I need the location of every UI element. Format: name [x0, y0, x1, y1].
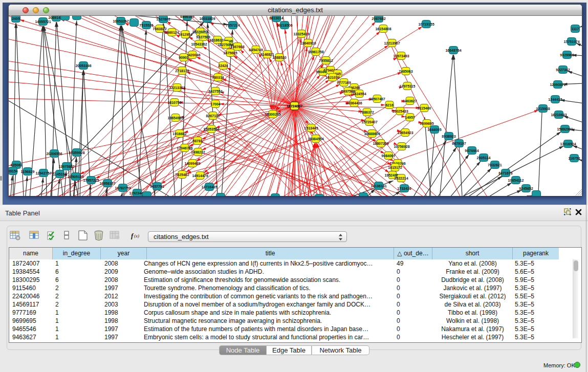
- svg-text:13640910: 13640910: [300, 41, 316, 45]
- svg-text:10958107: 10958107: [99, 182, 115, 185]
- svg-text:1588520: 1588520: [272, 56, 286, 59]
- svg-text:6216: 6216: [385, 103, 394, 107]
- svg-text:9657791: 9657791: [150, 185, 164, 188]
- svg-text:7386372: 7386372: [360, 111, 374, 114]
- svg-text:20364436: 20364436: [346, 101, 362, 105]
- svg-text:2405: 2405: [12, 17, 20, 20]
- svg-text:12093872: 12093872: [550, 83, 565, 86]
- svg-text:14914479: 14914479: [192, 174, 208, 178]
- svg-text:14957: 14957: [405, 116, 415, 119]
- svg-text:1145194: 1145194: [53, 172, 67, 176]
- svg-text:16033809: 16033809: [199, 17, 215, 20]
- svg-text:8660124: 8660124: [165, 31, 179, 34]
- svg-text:18724007: 18724007: [287, 104, 302, 108]
- svg-text:7632621: 7632621: [488, 163, 502, 167]
- svg-text:13325419: 13325419: [293, 32, 309, 36]
- svg-text:22424: 22424: [218, 64, 228, 68]
- svg-text:8938923: 8938923: [442, 135, 455, 138]
- svg-text:13716485: 13716485: [201, 185, 217, 189]
- svg-text:15720407: 15720407: [361, 120, 377, 124]
- svg-text:9245652: 9245652: [519, 187, 533, 190]
- svg-text:9474444: 9474444: [465, 149, 478, 152]
- svg-text:17004: 17004: [210, 102, 221, 106]
- svg-text:9115460: 9115460: [418, 106, 431, 110]
- svg-text:9227342: 9227342: [556, 68, 570, 72]
- svg-text:17957225: 17957225: [83, 179, 99, 182]
- svg-text:435061: 435061: [10, 163, 22, 167]
- svg-text:1810755: 1810755: [167, 101, 181, 104]
- svg-text:1875685: 1875685: [223, 51, 237, 55]
- svg-text:12942757: 12942757: [35, 171, 51, 175]
- svg-text:780314: 780314: [212, 76, 224, 79]
- svg-text:9329966: 9329966: [560, 53, 574, 57]
- svg-text:3215938: 3215938: [536, 107, 550, 111]
- svg-text:2087682: 2087682: [372, 17, 385, 20]
- svg-text:15353594: 15353594: [203, 127, 219, 131]
- svg-text:18300295: 18300295: [265, 113, 280, 116]
- svg-text:10025433: 10025433: [392, 110, 408, 113]
- svg-text:1527602: 1527602: [156, 17, 170, 21]
- svg-text:14136141: 14136141: [371, 184, 386, 188]
- svg-text:10719155: 10719155: [418, 23, 434, 26]
- svg-text:7955812: 7955812: [319, 59, 333, 62]
- svg-text:6466160: 6466160: [180, 16, 194, 18]
- svg-text:(x): (x): [134, 233, 139, 238]
- svg-text:10654112: 10654112: [508, 179, 524, 182]
- svg-text:1916682: 1916682: [172, 132, 186, 136]
- svg-text:7515526: 7515526: [139, 24, 153, 27]
- svg-text:10688609: 10688609: [364, 132, 380, 136]
- svg-text:17359928: 17359928: [69, 151, 84, 155]
- svg-text:16154808: 16154808: [375, 27, 391, 31]
- svg-text:19218506: 19218506: [276, 24, 292, 27]
- svg-text:17975115: 17975115: [400, 84, 416, 88]
- svg-text:16782759: 16782759: [115, 186, 130, 190]
- svg-text:16648784: 16648784: [445, 49, 461, 52]
- svg-text:20206556: 20206556: [46, 152, 62, 156]
- svg-text:10653267: 10653267: [113, 19, 128, 23]
- svg-text:9327509: 9327509: [196, 35, 210, 39]
- svg-text:116753: 116753: [569, 157, 580, 160]
- svg-text:1621072: 1621072: [325, 76, 339, 79]
- svg-text:1513445: 1513445: [304, 126, 318, 130]
- svg-text:8267110: 8267110: [206, 114, 220, 118]
- svg-text:7663822: 7663822: [153, 27, 166, 31]
- svg-text:3824554: 3824554: [352, 92, 366, 96]
- svg-text:16961758: 16961758: [308, 50, 323, 54]
- svg-text:17046766: 17046766: [177, 146, 192, 150]
- svg-text:10507487: 10507487: [369, 97, 385, 101]
- svg-text:13975867: 13975867: [58, 165, 74, 168]
- svg-text:9084007: 9084007: [381, 154, 395, 158]
- svg-text:2367608: 2367608: [230, 45, 244, 49]
- svg-text:19384554: 19384554: [308, 137, 323, 141]
- svg-text:17016504: 17016504: [560, 142, 576, 146]
- svg-text:2935114: 2935114: [477, 156, 491, 160]
- svg-text:1498222: 1498222: [191, 150, 205, 154]
- svg-text:19654985: 19654985: [167, 116, 183, 120]
- svg-text:16210643: 16210643: [551, 113, 567, 117]
- svg-text:18807269: 18807269: [373, 142, 388, 145]
- svg-text:6879197: 6879197: [452, 142, 466, 145]
- svg-text:2522214: 2522214: [394, 177, 408, 180]
- svg-text:20053346: 20053346: [75, 64, 91, 68]
- svg-text:10543362: 10543362: [191, 42, 207, 46]
- svg-text:10756928: 10756928: [394, 145, 409, 148]
- svg-text:1733436: 1733436: [397, 187, 411, 190]
- svg-text:1117: 1117: [572, 27, 579, 31]
- svg-text:15751074: 15751074: [563, 40, 579, 43]
- svg-text:12505135: 12505135: [68, 175, 83, 179]
- svg-text:8471676: 8471676: [498, 171, 512, 175]
- svg-text:10973493: 10973493: [393, 54, 409, 58]
- svg-text:15692991: 15692991: [557, 127, 573, 131]
- svg-text:7485063: 7485063: [399, 70, 412, 73]
- svg-text:7625402: 7625402: [175, 173, 189, 177]
- svg-text:19654923: 19654923: [397, 131, 413, 135]
- svg-text:1156829: 1156829: [21, 170, 35, 173]
- svg-text:1463627: 1463627: [403, 99, 417, 103]
- svg-text:7357224: 7357224: [226, 24, 239, 27]
- svg-text:9699695: 9699695: [420, 122, 433, 125]
- svg-text:8427552: 8427552: [208, 90, 222, 93]
- svg-text:9777169: 9777169: [337, 81, 351, 84]
- svg-text:90901: 90901: [179, 56, 189, 59]
- svg-text:58783: 58783: [192, 139, 203, 143]
- svg-text:12213363: 12213363: [169, 86, 185, 90]
